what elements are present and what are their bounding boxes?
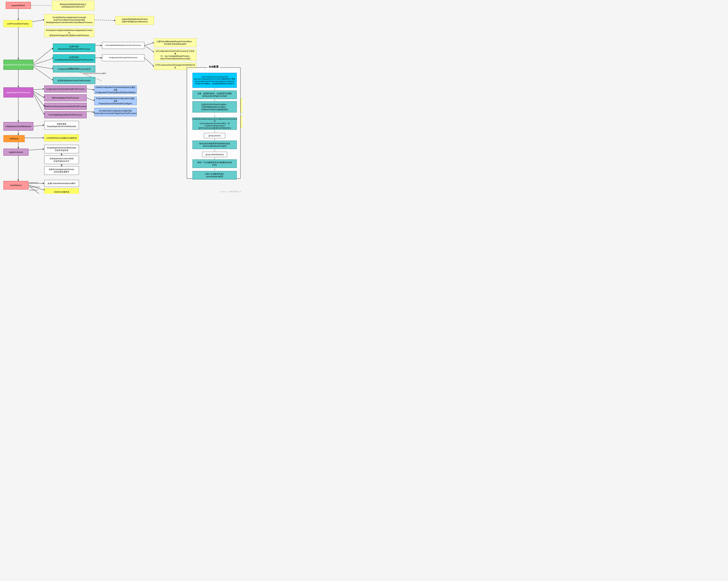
svg-marker-31: [18, 86, 19, 87]
node-registerWebAppScopes: registerWebApplicationScopes 注册作用范围reque…: [115, 16, 154, 25]
node-configWarnings: ConfigurationWarningsPostProcessor: [102, 54, 145, 61]
svg-marker-63: [18, 179, 19, 181]
svg-line-9: [33, 48, 53, 64]
node-createWebServer: createWebServer创建tomcat服务器: [44, 134, 79, 141]
svg-line-42: [87, 98, 94, 101]
svg-line-56: [28, 149, 44, 150]
svg-marker-51: [18, 134, 19, 135]
node-initApplicationEventMulticaster: initApplicationEventMulticaster: [3, 122, 33, 131]
node-enableConfigProps: EnableConfigurationPropertiesRegistrar注册…: [94, 85, 137, 94]
node-configClassDef: 给ConfigurationClassPostProcessor定义添加属 性，…: [154, 49, 196, 60]
node-processExpanded: 处理扩展的 BeanDefinitionRegistryPostProcesso…: [53, 44, 95, 52]
node-errorMvc: ErrorMvcAutoConfiguration注册处理器 PreserveE…: [94, 108, 137, 116]
svg-line-15: [33, 67, 53, 80]
node-methodValidation: MethodValidationPostProcessor: [44, 94, 87, 101]
svg-marker-33: [43, 88, 44, 90]
svg-marker-6: [114, 20, 115, 21]
svg-marker-2: [18, 19, 19, 20]
node-createMulticaster: 创建多播器 SimpleApplicationEventMulticaster: [44, 121, 79, 129]
svg-line-36: [33, 93, 44, 106]
svg-marker-47: [18, 121, 19, 122]
node-configPropertiesBinding: ConfigurationPropertiesBindingPostProces…: [44, 85, 87, 93]
node-wrapAutoConfig: 将符合条件的配置类和排除类封装成 AutoConfigurationEntry返…: [192, 141, 237, 149]
node-conditionReport: ConditionEvaluationReportAutoConfigurati…: [192, 118, 237, 130]
node-registerListeners: registerListeners: [3, 149, 28, 156]
svg-line-44: [87, 111, 94, 112]
node-autoImportSelector: AutoConfigurationImportSelector的 getAuto…: [192, 73, 237, 88]
node-groupProcess: group.process: [204, 133, 225, 138]
node-threadNote1: 如果条件适合，会用回另一个线程去分担一半数 据的检查，会判断条件类是否能加载到，…: [241, 98, 242, 112]
svg-marker-61: [61, 165, 62, 167]
svg-line-32: [33, 89, 44, 90]
node-deduplication: 去重、监察要排除的、比如配置环境属性 spring.autoconfigure.…: [192, 91, 237, 99]
svg-marker-8: [18, 58, 19, 60]
svg-line-19: [145, 43, 154, 46]
watermark: Draw.io — 免费流程图工具: [220, 191, 241, 193]
node-processAllBeanFactory: 处理所有的BeanFactoryPostProcessor: [53, 77, 95, 84]
svg-marker-49: [43, 124, 44, 126]
svg-marker-57: [43, 148, 44, 150]
svg-marker-59: [61, 154, 62, 156]
node-registerBeanPostProcessors: registerBeanPostProcessors: [3, 87, 33, 97]
svg-line-40: [87, 89, 94, 90]
svg-marker-24: [101, 57, 102, 58]
svg-line-48: [33, 125, 44, 126]
svg-marker-55: [18, 147, 19, 149]
node-webServerFactory: WebServerFactoryCustomizerBeanPostProces…: [44, 103, 87, 110]
node-postProcessBeanFactory: postProcessBeanFactory: [3, 20, 32, 27]
svg-line-38: [33, 94, 44, 115]
svg-line-25: [145, 58, 154, 66]
node-finishRefresh: finishRefresh: [3, 181, 28, 190]
label-loadBeanDef: 加载bean定义: [68, 68, 79, 70]
label-configClassParser: ConfigurationClassParser解析: [83, 72, 106, 75]
svg-line-13: [33, 66, 53, 69]
svg-marker-53: [43, 137, 44, 138]
svg-line-5: [94, 20, 115, 20]
svg-line-11: [33, 58, 53, 65]
svg-line-21: [145, 46, 154, 52]
svg-marker-20: [153, 42, 154, 44]
node-wrapEntry: 将每一个自动配置类名和注解属性封装成 Entry: [192, 159, 237, 168]
node-processInternal: 处理内部的 invokeBeanDefinitionRegistryPostPr…: [53, 54, 95, 63]
node-processImports: 对每个自动配置类进行 processImports处理: [192, 171, 237, 179]
svg-marker-22: [153, 51, 154, 52]
svg-marker-4: [43, 19, 44, 21]
node-prepareRefresh: prepareRefresh: [6, 2, 31, 9]
node-earlyEvents: 如果有earlyApplicationEvents 的话还要多播事件: [44, 167, 79, 175]
node-addAppListener: 添加ApplicationListener类型 的监听器bean名字: [44, 156, 79, 164]
node-multicastContextRefreshed: 多播ContextRefreshedEvent事件: [44, 180, 79, 187]
svg-marker-41: [93, 89, 94, 91]
label-publishEvent2: publishEvent: [29, 189, 38, 191]
node-annotationConfig: AnnotationConfigServletWebServerApplicat…: [44, 28, 94, 37]
node-simpleMulticaster2: SimpleApplicationEventMulticaster 添加所有监听…: [44, 145, 79, 153]
node-cachingMetadata: CachingMetadataReaderFactoryPostProcesso…: [102, 42, 145, 49]
node-threadNote2: 不用担心新建线程没处理完，主线程会处 理到后面去了，因为主线程检查完会进行 新线…: [241, 116, 242, 128]
svg-marker-26: [153, 65, 154, 67]
node-propertyPlaceholder: PropertyPlaceholderAutoConfiguration注册处理…: [94, 97, 137, 105]
svg-line-3: [32, 20, 44, 22]
svg-marker-65: [43, 182, 44, 184]
diagram-container: prepareRefresh 将初始化时候获得的监听器放入 earlyAppli…: [0, 0, 242, 194]
node-groupSelectImports: group.selectImports(): [202, 152, 227, 157]
node-onRefresh: onRefresh: [3, 135, 25, 142]
node-invokeBeanFactoryPostProcessors: invokeBeanFactoryPostProcessors: [3, 60, 33, 70]
node-errorPageRegistrar: ErrorPageRegistrarBeanPostProcessor: [44, 111, 87, 118]
node-prepareRefreshDesc: 将初始化时候获得的监听器放入 earlyApplicationListeners…: [52, 1, 94, 10]
node-filterCondition: 过滤出符合OnClassCondition， OnWebApplicationC…: [192, 101, 237, 112]
label-startWebServer: startWebServer: [29, 186, 40, 188]
node-sharedMetadata: 注册SharedMetadataReaderFactoryBean， 有实例化豆…: [154, 39, 196, 47]
label-publishEvent1: publishEvent: [29, 182, 38, 183]
svg-line-34: [33, 91, 44, 98]
svg-marker-18: [101, 45, 102, 46]
node-startTomcat: 启动tomcat服务器: [44, 188, 79, 194]
autoconfig-title: 自动配置: [208, 65, 220, 69]
node-servletWebServer1: ServletWebServerApplicationContext的 post…: [44, 14, 94, 25]
